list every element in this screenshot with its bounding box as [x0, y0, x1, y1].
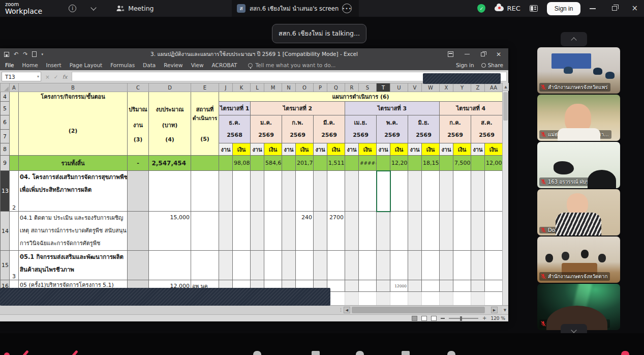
- sign-in-button[interactable]: Sign in: [547, 2, 581, 15]
- chevron-down-icon[interactable]: [91, 7, 96, 10]
- partial-leave-icon[interactable]: [621, 351, 629, 355]
- cell-AA16[interactable]: [485, 280, 503, 292]
- cell-total-mar-money[interactable]: 1,511,065: [327, 156, 345, 171]
- cell-quarter-1[interactable]: ไตรมาสที่ 1: [219, 102, 251, 115]
- cell-total-feb-money[interactable]: 201,750: [296, 156, 314, 171]
- cell-total-jan-money[interactable]: 584,664: [264, 156, 282, 171]
- cell-B13-project-04[interactable]: 04. โครงการส่งเสริมการจัดการสุขภาพพืช เพ…: [19, 171, 128, 212]
- cell-C14[interactable]: [128, 212, 149, 251]
- cell-total-budget[interactable]: 2,547,454: [149, 156, 191, 171]
- zoom-in-icon[interactable]: +: [482, 316, 486, 321]
- cell-X16[interactable]: [440, 280, 453, 292]
- cell-month-feb[interactable]: ก.พ.2569: [282, 115, 314, 143]
- cell-money-label[interactable]: เงิน: [264, 143, 282, 156]
- view-layout-icon[interactable]: [530, 5, 538, 12]
- cell-R16[interactable]: [345, 280, 359, 292]
- tell-me-box[interactable]: Tell me what you want to do...: [248, 62, 335, 68]
- minimize-button[interactable]: [590, 8, 596, 9]
- name-box-dropdown-icon[interactable]: ▾: [37, 74, 39, 79]
- col-header-K[interactable]: K: [233, 83, 251, 92]
- col-header-R[interactable]: R: [345, 83, 359, 92]
- tab-shared-screen[interactable]: ส สสก.6 เชียงใหม่ นำเสนอ's screen: [232, 0, 359, 17]
- tab-meeting[interactable]: Meeting: [116, 5, 154, 12]
- col-header-M[interactable]: M: [264, 83, 282, 92]
- insert-function-icon[interactable]: fx: [63, 74, 68, 80]
- cell-work-label[interactable]: งาน: [471, 143, 485, 156]
- cell-month-may[interactable]: พ.ค.2569: [377, 115, 408, 143]
- ribbon-tab-insert[interactable]: Insert: [46, 62, 62, 68]
- cell-L13[interactable]: [251, 171, 264, 212]
- cell-P14[interactable]: [314, 212, 327, 251]
- ribbon-tab-home[interactable]: Home: [22, 62, 38, 68]
- cell-total-qty[interactable]: -: [128, 156, 149, 171]
- cell-T16[interactable]: [377, 280, 390, 292]
- cell-B14-activity-041[interactable]: 04.1 ติดตาม ประเมิน และรองรับการเผชิญ เห…: [19, 212, 128, 251]
- page-break-view-icon[interactable]: [431, 316, 437, 321]
- cell-quarter-4[interactable]: ไตรมาสที่ 4: [440, 102, 503, 115]
- cell-N13[interactable]: [282, 171, 296, 212]
- cell-empty[interactable]: [440, 292, 453, 306]
- cell-money-label[interactable]: เงิน: [422, 143, 440, 156]
- zoom-percentage[interactable]: 120 %: [490, 316, 505, 321]
- cell-Z16[interactable]: [471, 280, 485, 292]
- cell-V14[interactable]: [408, 212, 422, 251]
- video-tile-phrae[interactable]: สำนักงานเกษตรจังหวัดแพร่: [537, 47, 620, 94]
- cell-money-label[interactable]: เงิน: [390, 143, 408, 156]
- cell-A15[interactable]: 3: [10, 251, 19, 280]
- cell-D15[interactable]: [149, 251, 191, 280]
- cell-work-label[interactable]: งาน: [219, 143, 233, 156]
- partial-mic-off-icon[interactable]: [22, 350, 29, 355]
- cell-C4-qty-header[interactable]: ปริมาณ งาน (3): [128, 92, 149, 156]
- cell-empty[interactable]: [422, 292, 440, 306]
- info-icon[interactable]: i: [69, 5, 76, 12]
- cell-J13[interactable]: [219, 171, 233, 212]
- cell-total-work[interactable]: [408, 156, 422, 171]
- cell-total-jun-money[interactable]: 18,150: [422, 156, 440, 171]
- row-header-6[interactable]: 6: [1, 115, 10, 130]
- cell-W16[interactable]: [422, 280, 440, 292]
- zoom-out-icon[interactable]: [441, 318, 445, 319]
- cell-W15[interactable]: [422, 251, 440, 280]
- cell-grand-total-label[interactable]: รวมทั้งสิ้น: [19, 156, 128, 171]
- cell-total-work[interactable]: [471, 156, 485, 171]
- cell-work-label[interactable]: งาน: [408, 143, 422, 156]
- cell-empty[interactable]: [485, 292, 503, 306]
- col-header-B[interactable]: B: [19, 83, 128, 92]
- video-tile-admin-general[interactable]: ฝ่ายบริหารทั่วไป สนง.กษ...: [537, 284, 620, 330]
- cell-V16[interactable]: [408, 280, 422, 292]
- cell-work-label[interactable]: งาน: [251, 143, 264, 156]
- cell-quarter-3[interactable]: ไตรมาสที่ 3: [345, 102, 440, 115]
- cell-C15[interactable]: [128, 251, 149, 280]
- cell-P13[interactable]: [314, 171, 327, 212]
- partial-control-icon[interactable]: [253, 351, 261, 355]
- cell-month-jan[interactable]: ม.ค.2569: [251, 115, 282, 143]
- cell-E14[interactable]: [191, 212, 219, 251]
- scroll-participants-up-button[interactable]: [561, 32, 587, 46]
- excel-restore-button[interactable]: [481, 52, 485, 56]
- partial-control-icon[interactable]: [312, 351, 320, 355]
- excel-minimize-button[interactable]: [465, 54, 470, 55]
- col-header-T-selected[interactable]: T: [377, 83, 390, 92]
- cell-W14[interactable]: [422, 212, 440, 251]
- cell-M13[interactable]: [264, 171, 282, 212]
- row-header-7[interactable]: 7: [1, 130, 10, 143]
- cell-AA13[interactable]: [485, 171, 503, 212]
- col-header-V[interactable]: V: [408, 83, 422, 92]
- cell-empty[interactable]: [408, 292, 422, 306]
- cell-T14[interactable]: [377, 212, 390, 251]
- cell-X15[interactable]: [440, 251, 453, 280]
- video-tile-tak[interactable]: สำนักงานเกษตรจังหวัดตาก: [537, 236, 620, 283]
- cell-R14[interactable]: [345, 212, 359, 251]
- cell-money-label[interactable]: เงิน: [296, 143, 314, 156]
- cell-K13[interactable]: [233, 171, 251, 212]
- cell-empty[interactable]: [471, 292, 485, 306]
- cell-total-work[interactable]: [251, 156, 264, 171]
- cell-month-apr[interactable]: เม.ย.2569: [345, 115, 377, 143]
- cell-empty[interactable]: [453, 292, 471, 306]
- video-tile-phichit[interactable]: 163 อรวรรณ์ ฝบร.พิจิตร: [537, 142, 620, 188]
- vertical-scrollbar[interactable]: ▲: [502, 83, 508, 305]
- ribbon-tab-file[interactable]: File: [5, 62, 14, 68]
- cell-N14[interactable]: [282, 212, 296, 251]
- ribbon-display-options-icon[interactable]: [448, 51, 453, 57]
- cell-month-aug[interactable]: ส.ค.2569: [471, 115, 503, 143]
